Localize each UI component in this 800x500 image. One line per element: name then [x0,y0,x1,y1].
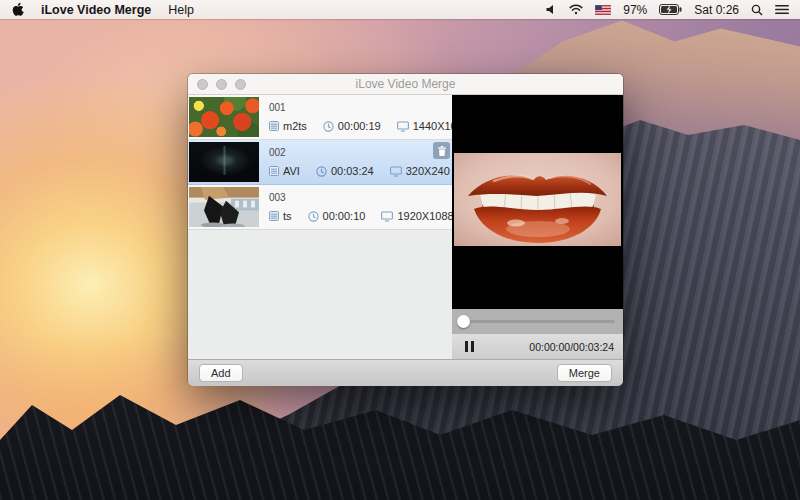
add-button[interactable]: Add [199,364,243,382]
clip-row-002-selected[interactable]: 002 AVI 00:03:24 [188,140,452,185]
battery-percent: 97% [623,3,647,17]
menu-clock[interactable]: Sat 0:26 [694,3,739,17]
clip-list-empty-area [188,230,452,359]
menu-bar: iLove Video Merge Help [0,0,800,19]
clip-resolution: 320X240 [406,165,450,177]
clip-format: ts [283,210,292,222]
battery-charging-icon[interactable] [659,4,682,15]
app-menu[interactable]: iLove Video Merge [41,3,151,17]
display-icon [390,166,402,177]
close-button[interactable] [197,79,208,90]
pause-icon [471,341,474,352]
file-format-icon [269,166,279,176]
preview-panel: 00:00:00/00:03:24 [452,95,623,359]
clip-row-003[interactable]: 003 ts 00:00:10 [188,185,452,230]
apple-menu[interactable] [11,2,24,17]
traffic-lights [197,74,246,94]
clip-format: AVI [283,165,300,177]
time-display: 00:00:00/00:03:24 [529,341,614,353]
help-menu[interactable]: Help [168,3,194,17]
file-format-icon [269,211,279,221]
seek-track[interactable] [460,320,615,323]
clip-duration: 00:03:24 [331,165,374,177]
clip-name: 001 [269,102,452,113]
input-source-flag-icon[interactable] [595,5,611,15]
search-icon[interactable] [751,4,763,16]
clock-icon [316,166,327,177]
clip-duration: 00:00:19 [338,120,381,132]
trash-icon [437,142,447,160]
pause-button[interactable] [465,334,474,359]
app-window: iLove Video Merge 001 m2ts [188,74,623,385]
clock-icon [308,211,319,222]
clip-list: 001 m2ts 00:00:19 [188,95,452,359]
merge-button[interactable]: Merge [557,364,612,382]
clip-name: 002 [269,147,452,158]
clip-row-001[interactable]: 001 m2ts 00:00:19 [188,95,452,140]
wifi-icon[interactable] [569,4,583,15]
apple-icon [11,2,24,17]
zoom-button[interactable] [235,79,246,90]
clip-resolution: 1920X1088 [397,210,452,222]
pause-icon [465,341,468,352]
display-icon [381,211,393,222]
clip-resolution: 1440X1080 [413,120,452,132]
window-titlebar[interactable]: iLove Video Merge [188,74,623,95]
bottom-toolbar: Add Merge [188,359,623,386]
video-frame-lips [454,153,621,246]
clip-thumbnail-dark [189,142,259,182]
display-icon [397,121,409,132]
file-format-icon [269,121,279,131]
seek-bar[interactable] [452,309,623,334]
desktop: iLove Video Merge Help [0,0,800,500]
clip-thumbnail-flowers [189,97,259,137]
volume-icon[interactable] [546,4,557,15]
clock-icon [323,121,334,132]
window-title: iLove Video Merge [188,77,623,91]
delete-clip-button[interactable] [433,142,450,159]
seek-thumb[interactable] [457,315,470,328]
clip-thumbnail-boots [189,187,259,227]
clip-duration: 00:00:10 [323,210,366,222]
clip-name: 003 [269,192,452,203]
minimize-button[interactable] [216,79,227,90]
video-preview [452,95,623,309]
notification-center-icon[interactable] [775,4,789,15]
player-controls: 00:00:00/00:03:24 [452,334,623,359]
clip-format: m2ts [283,120,307,132]
